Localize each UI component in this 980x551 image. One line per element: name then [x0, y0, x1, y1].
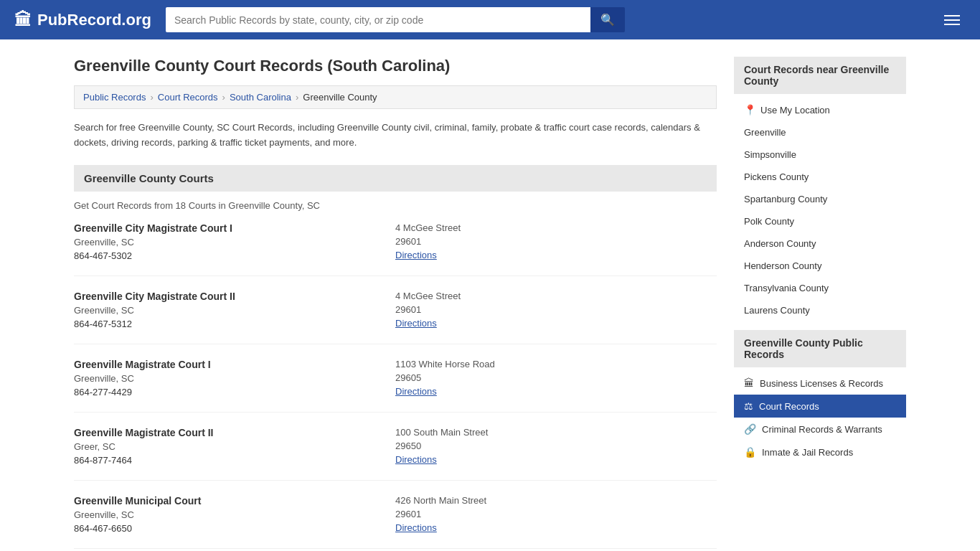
menu-bar-2: [944, 19, 960, 21]
use-my-location[interactable]: 📍 Use My Location: [734, 98, 906, 121]
court-street: 426 North Main Street: [395, 495, 717, 506]
breadcrumb-link[interactable]: Public Records: [83, 92, 146, 103]
record-type-label: Business Licenses & Records: [760, 378, 883, 389]
sidebar-public-record-item[interactable]: 🔒 Inmate & Jail Records: [734, 441, 906, 463]
court-info: Greenville Magistrate Court I Greenville…: [74, 359, 395, 397]
sidebar-nearby-item[interactable]: Anderson County: [734, 232, 906, 255]
directions-link[interactable]: Directions: [395, 522, 717, 533]
sidebar-nearby-item[interactable]: Transylvania County: [734, 277, 906, 299]
sidebar-nearby-item[interactable]: Laurens County: [734, 299, 906, 321]
menu-bar-1: [944, 15, 960, 17]
logo-text: PubRecord.org: [37, 11, 151, 29]
directions-link[interactable]: Directions: [395, 318, 717, 329]
sidebar-public-record-item[interactable]: 🔗 Criminal Records & Warrants: [734, 418, 906, 441]
court-entry: Greenville Magistrate Court I Greenville…: [74, 359, 717, 413]
sidebar-nearby-item[interactable]: Polk County: [734, 210, 906, 232]
header: 🏛 PubRecord.org 🔍: [0, 0, 980, 39]
breadcrumb: Public Records›Court Records›South Carol…: [74, 85, 717, 109]
logo-area[interactable]: 🏛 PubRecord.org: [14, 10, 151, 30]
search-input[interactable]: [166, 7, 590, 32]
search-area: 🔍: [166, 7, 625, 32]
search-button[interactable]: 🔍: [590, 7, 625, 32]
court-entry: Greenville City Magistrate Court II Gree…: [74, 291, 717, 344]
sidebar-nearby-item[interactable]: Simpsonville: [734, 143, 906, 166]
court-info: Greenville Magistrate Court II Greer, SC…: [74, 427, 395, 466]
menu-button[interactable]: [938, 12, 966, 28]
court-phone: 864-467-6650: [74, 523, 395, 534]
court-info: Greenville City Magistrate Court II Gree…: [74, 291, 395, 329]
court-phone: 864-467-5302: [74, 250, 395, 261]
court-zip: 29605: [395, 372, 717, 383]
directions-link[interactable]: Directions: [395, 386, 717, 397]
court-address: 100 South Main Street 29650 Directions: [395, 427, 717, 466]
court-name: Greenville City Magistrate Court II: [74, 291, 395, 302]
court-city: Greenville, SC: [74, 373, 395, 384]
court-name: Greenville City Magistrate Court I: [74, 222, 395, 234]
court-entry: Greenville City Magistrate Court I Green…: [74, 222, 717, 276]
court-phone: 864-277-4429: [74, 387, 395, 397]
court-city: Greenville, SC: [74, 237, 395, 248]
main-container: Greenville County Court Records (South C…: [60, 39, 920, 551]
court-name: Greenville Municipal Court: [74, 495, 395, 507]
breadcrumb-separator: ›: [222, 92, 225, 103]
court-phone: 864-877-7464: [74, 455, 395, 466]
description: Search for free Greenville County, SC Co…: [74, 121, 717, 151]
sidebar-public-record-item[interactable]: ⚖ Court Records: [734, 395, 906, 418]
court-zip: 29650: [395, 441, 717, 451]
sidebar-public-records-header: Greenville County Public Records: [734, 330, 906, 367]
court-name: Greenville Magistrate Court II: [74, 427, 395, 438]
court-street: 4 McGee Street: [395, 291, 717, 301]
sidebar-nearby-item[interactable]: Spartanburg County: [734, 188, 906, 210]
court-info: Greenville City Magistrate Court I Green…: [74, 222, 395, 261]
page-title: Greenville County Court Records (South C…: [74, 57, 717, 75]
court-zip: 29601: [395, 236, 717, 247]
sidebar-nearby-item[interactable]: Greenville: [734, 121, 906, 143]
court-name: Greenville Magistrate Court I: [74, 359, 395, 370]
court-info: Greenville Municipal Court Greenville, S…: [74, 495, 395, 534]
courts-section: Greenville County Courts Get Court Recor…: [74, 165, 717, 549]
sidebar-public-record-item[interactable]: 🏛 Business Licenses & Records: [734, 372, 906, 395]
nearby-list: GreenvilleSimpsonvillePickens CountySpar…: [734, 121, 906, 321]
court-zip: 29601: [395, 304, 717, 315]
breadcrumb-separator: ›: [296, 92, 298, 103]
court-entry: Greenville Municipal Court Greenville, S…: [74, 495, 717, 549]
sidebar: Court Records near Greenville County 📍 U…: [734, 57, 906, 551]
breadcrumb-current: Greenville County: [303, 92, 377, 103]
court-address: 426 North Main Street 29601 Directions: [395, 495, 717, 534]
court-address: 4 McGee Street 29601 Directions: [395, 291, 717, 329]
court-city: Greenville, SC: [74, 305, 395, 316]
sidebar-nearby-item[interactable]: Henderson County: [734, 255, 906, 277]
record-type-icon: ⚖: [744, 400, 753, 412]
building-icon: 🏛: [14, 10, 32, 30]
menu-bar-3: [944, 24, 960, 25]
court-street: 4 McGee Street: [395, 222, 717, 233]
court-address: 4 McGee Street 29601 Directions: [395, 222, 717, 261]
court-phone: 864-467-5312: [74, 319, 395, 329]
court-city: Greenville, SC: [74, 509, 395, 520]
court-entry: Greenville Magistrate Court II Greer, SC…: [74, 427, 717, 481]
courts-section-subtext: Get Court Records from 18 Courts in Gree…: [74, 200, 717, 211]
court-street: 1103 White Horse Road: [395, 359, 717, 369]
breadcrumb-separator: ›: [150, 92, 153, 103]
record-type-label: Court Records: [759, 401, 819, 412]
content-area: Greenville County Court Records (South C…: [74, 57, 717, 551]
record-type-label: Inmate & Jail Records: [762, 447, 853, 458]
location-pin-icon: 📍: [744, 104, 756, 116]
sidebar-nearby-item[interactable]: Pickens County: [734, 166, 906, 188]
record-type-icon: 🏛: [744, 377, 754, 389]
breadcrumb-link[interactable]: Court Records: [158, 92, 218, 103]
public-records-list: 🏛 Business Licenses & Records ⚖ Court Re…: [734, 372, 906, 463]
record-type-label: Criminal Records & Warrants: [762, 424, 882, 435]
courts-section-header: Greenville County Courts: [74, 165, 717, 192]
court-city: Greer, SC: [74, 441, 395, 452]
record-type-icon: 🔒: [744, 446, 756, 458]
court-street: 100 South Main Street: [395, 427, 717, 438]
breadcrumb-link[interactable]: South Carolina: [230, 92, 291, 103]
directions-link[interactable]: Directions: [395, 454, 717, 465]
court-zip: 29601: [395, 509, 717, 519]
directions-link[interactable]: Directions: [395, 250, 717, 260]
courts-list: Greenville City Magistrate Court I Green…: [74, 222, 717, 549]
sidebar-nearby-header: Court Records near Greenville County: [734, 57, 906, 94]
record-type-icon: 🔗: [744, 423, 756, 435]
court-address: 1103 White Horse Road 29605 Directions: [395, 359, 717, 397]
